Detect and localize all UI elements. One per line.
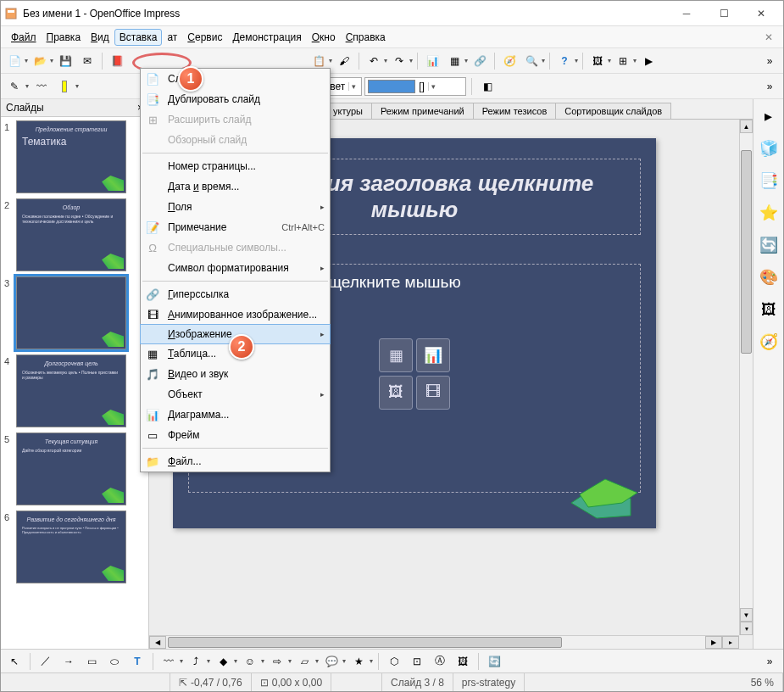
tab-notes[interactable]: Режим примечаний xyxy=(371,103,474,119)
callouts-tool[interactable]: 💬 xyxy=(321,651,342,672)
select-tool[interactable]: ↖ xyxy=(4,651,25,672)
menu-insert-slide[interactable]: 📄Слайд xyxy=(141,69,330,89)
thumb-row[interactable]: 2ОбзорОсновное положение по идее • Обсуж… xyxy=(4,198,145,271)
menu-file[interactable]: Файл xyxy=(6,29,42,46)
zoom-button[interactable]: 🔍 xyxy=(521,51,542,71)
menu-chart[interactable]: 📊Диаграмма... xyxy=(141,405,330,425)
sidebar-toggle[interactable]: ▸ xyxy=(757,104,781,128)
thumb-row[interactable]: 4Долгосрочная цельОбозначить желаемую це… xyxy=(4,354,145,427)
menu-bar: Файл Правка Вид Вставка ат Сервис Демонс… xyxy=(1,26,783,48)
properties-icon[interactable]: 🧊 xyxy=(757,137,781,160)
menu-help[interactable]: Справка xyxy=(341,29,391,46)
shadow-button[interactable]: ◧ xyxy=(477,76,498,97)
rect-tool[interactable]: ▭ xyxy=(81,651,102,672)
line-style-button[interactable]: 〰 xyxy=(31,76,52,97)
rotate-tool[interactable]: 🔄 xyxy=(484,651,504,672)
menu-window[interactable]: Окно xyxy=(307,29,341,46)
master-pages-icon[interactable]: 📑 xyxy=(757,169,781,193)
help-button[interactable]: ? xyxy=(554,51,575,71)
slide-transition-icon[interactable]: 🔄 xyxy=(757,233,781,257)
status-zoom[interactable]: 56 % xyxy=(742,673,783,691)
tab-handout[interactable]: Режим тезисов xyxy=(473,103,557,119)
menu-tools[interactable]: Сервис xyxy=(182,29,227,46)
menu-file[interactable]: 📁Файл... xyxy=(141,451,330,472)
menu-page-number[interactable]: Номер страницы... xyxy=(141,156,330,176)
menu-view[interactable]: Вид xyxy=(86,29,114,46)
thumb-row[interactable]: 6Развитие до сегодняшнего дняРазвитие во… xyxy=(4,511,145,583)
undo-button[interactable]: ↶ xyxy=(364,51,384,71)
new-dropdown[interactable]: ▾ xyxy=(25,57,28,64)
navigator-button[interactable]: 🧭 xyxy=(499,51,520,71)
menu-frame[interactable]: ▭Фрейм xyxy=(141,425,330,445)
thumb-row[interactable]: 1Предложение стратегииТематика xyxy=(4,120,145,193)
insert-chart-icon[interactable]: 📊 xyxy=(416,338,450,372)
connector-tool[interactable]: ⤴ xyxy=(186,651,206,672)
gallery-icon[interactable]: 🖼 xyxy=(757,298,781,321)
svg-rect-1 xyxy=(8,10,14,13)
slide-design-button[interactable]: 🖼 xyxy=(587,51,608,71)
menu-hyperlink[interactable]: 🔗Гиперссылка xyxy=(141,284,330,304)
arrow-style-button[interactable]: ✎ xyxy=(4,76,25,97)
menu-duplicate-slide[interactable]: 📑Дублировать слайд xyxy=(141,89,330,109)
horizontal-scrollbar[interactable]: ◀ ▶ ▸ xyxy=(149,635,739,649)
menu-date-time[interactable]: Дата и время... xyxy=(141,176,330,197)
menu-format[interactable]: ат xyxy=(162,29,182,46)
toolbar-overflow[interactable]: » xyxy=(759,51,780,71)
new-button[interactable]: 📄 xyxy=(4,51,25,71)
line-color-button[interactable] xyxy=(54,76,75,97)
styles-icon[interactable]: 🎨 xyxy=(757,265,781,289)
slide-layout-button[interactable]: ⊞ xyxy=(613,51,633,71)
navigator-icon[interactable]: 🧭 xyxy=(757,330,781,354)
points-tool[interactable]: ⬡ xyxy=(384,651,404,672)
block-arrows-tool[interactable]: ⇨ xyxy=(267,651,287,672)
fill-color-combo[interactable]: []▾ xyxy=(364,77,466,96)
glue-tool[interactable]: ⊡ xyxy=(407,651,427,672)
from-file-tool[interactable]: 🖼 xyxy=(453,651,473,672)
maximize-button[interactable]: ☐ xyxy=(705,1,742,25)
menu-fields[interactable]: Поля▸ xyxy=(141,197,330,217)
chart-button[interactable]: 📊 xyxy=(422,51,442,71)
symbol-shapes-tool[interactable]: ☺ xyxy=(240,651,260,672)
table-button[interactable]: ▦ xyxy=(444,51,464,71)
custom-animation-icon[interactable]: ⭐ xyxy=(757,201,781,225)
hyperlink-button[interactable]: 🔗 xyxy=(470,51,490,71)
menu-animated-image[interactable]: 🎞Анимированное изображение... xyxy=(141,304,330,325)
content-icon-grid[interactable]: ▦ 📊 🖼 🎞 xyxy=(379,338,450,410)
insert-image-icon[interactable]: 🖼 xyxy=(379,376,413,410)
insert-table-icon[interactable]: ▦ xyxy=(379,338,413,372)
menu-slideshow[interactable]: Демонстрация xyxy=(227,29,306,46)
vertical-scrollbar[interactable]: ▲ ▼ ▾ xyxy=(739,120,753,635)
tab-sorter[interactable]: Сортировщик слайдов xyxy=(555,103,671,119)
curve-tool[interactable]: 〰 xyxy=(158,651,179,672)
redo-button[interactable]: ↷ xyxy=(389,51,409,71)
menu-insert[interactable]: Вставка xyxy=(114,29,163,46)
minimize-button[interactable]: ─ xyxy=(668,1,705,25)
draw-overflow[interactable]: » xyxy=(759,651,780,672)
menu-comment[interactable]: 📝ПримечаниеCtrl+Alt+C xyxy=(141,217,330,237)
menu-edit[interactable]: Правка xyxy=(42,29,86,46)
thumb-row[interactable]: 3 xyxy=(4,276,145,349)
menu-object[interactable]: Объект▸ xyxy=(141,384,330,405)
arrow-tool[interactable]: → xyxy=(58,651,79,672)
menubar-close-doc[interactable]: ✕ xyxy=(759,31,778,43)
slideshow-button[interactable]: ▶ xyxy=(638,51,659,71)
basic-shapes-tool[interactable]: ◆ xyxy=(213,651,233,672)
open-button[interactable]: 📂 xyxy=(30,51,50,71)
insert-movie-icon[interactable]: 🎞 xyxy=(416,376,450,410)
fontwork-tool[interactable]: Ⓐ xyxy=(430,651,450,672)
ellipse-tool[interactable]: ⬭ xyxy=(104,651,125,672)
menu-video-sound[interactable]: 🎵Видео и звук xyxy=(141,364,330,384)
thumb-row[interactable]: 5Текущая ситуацияДайте обзор второй кате… xyxy=(4,432,145,505)
tab-outline[interactable]: уктуры xyxy=(324,103,372,119)
save-button[interactable]: 💾 xyxy=(55,51,75,71)
close-button[interactable]: ✕ xyxy=(742,1,780,25)
flowchart-tool[interactable]: ▱ xyxy=(294,651,314,672)
email-button[interactable]: ✉ xyxy=(77,51,97,71)
export-pdf-button[interactable]: 📕 xyxy=(107,51,127,71)
lf-overflow[interactable]: » xyxy=(759,76,780,97)
format-paint-button[interactable]: 🖌 xyxy=(334,51,354,71)
stars-tool[interactable]: ★ xyxy=(348,651,369,672)
line-tool[interactable]: ／ xyxy=(36,651,56,672)
menu-formatting-mark[interactable]: Символ форматирования▸ xyxy=(141,258,330,278)
text-tool[interactable]: T xyxy=(127,651,147,672)
